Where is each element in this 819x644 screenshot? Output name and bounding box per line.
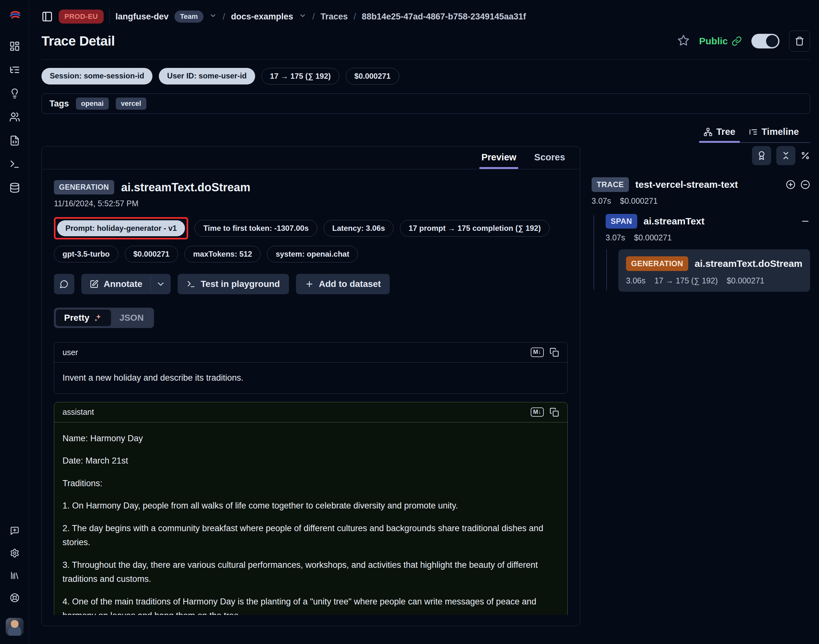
comment-icon bbox=[60, 280, 69, 288]
tab-tree[interactable]: Tree bbox=[699, 125, 740, 142]
database-icon[interactable] bbox=[9, 182, 20, 193]
sidebar-nav bbox=[9, 41, 20, 193]
prompt-badge[interactable]: Prompt: holiday-generator - v1 bbox=[57, 220, 185, 236]
collapse-all-button[interactable] bbox=[776, 146, 795, 165]
trace-node[interactable]: TRACE test-vercel-stream-text bbox=[592, 177, 810, 192]
breadcrumb-project[interactable]: docs-examples bbox=[231, 12, 293, 21]
trace-badges: Session: some-session-id User ID: some-u… bbox=[41, 68, 810, 84]
comment-button[interactable] bbox=[54, 274, 74, 294]
session-badge[interactable]: Session: some-session-id bbox=[41, 68, 152, 84]
trace-tree-panel: TRACE test-vercel-stream-text 3.07s $0.0… bbox=[592, 146, 810, 292]
generation-stats: 3.06s 17 → 175 (∑ 192) $0.000271 bbox=[626, 276, 802, 285]
page-title: Trace Detail bbox=[41, 34, 115, 49]
assistant-line: Date: March 21st bbox=[63, 454, 559, 468]
support-lifebuoy-icon[interactable] bbox=[10, 593, 20, 603]
breadcrumb-separator: / bbox=[223, 11, 225, 21]
observation-timestamp: 11/16/2024, 5:52:57 PM bbox=[54, 199, 568, 208]
trace-duration: 3.07s bbox=[592, 196, 611, 205]
add-to-dataset-label: Add to dataset bbox=[319, 279, 381, 289]
observation-meta-row-1: Prompt: holiday-generator - v1 Time to f… bbox=[54, 217, 568, 239]
copy-icon[interactable] bbox=[550, 348, 559, 357]
playground-terminal-icon[interactable] bbox=[9, 159, 20, 170]
generation-duration: 3.06s bbox=[626, 276, 645, 285]
datasets-file-icon[interactable] bbox=[9, 135, 20, 146]
public-toggle[interactable] bbox=[751, 34, 779, 49]
breadcrumb-org[interactable]: langfuse-dev bbox=[115, 12, 169, 21]
public-link[interactable]: Public bbox=[699, 36, 742, 46]
span-type-badge: SPAN bbox=[605, 214, 637, 228]
model-badge[interactable]: gpt-3.5-turbo bbox=[54, 246, 118, 262]
copy-icon[interactable] bbox=[550, 408, 559, 417]
tokens-badge: 17 → 175 (∑ 192) bbox=[261, 68, 340, 84]
plus-icon bbox=[305, 280, 314, 288]
feedback-icon[interactable] bbox=[10, 526, 20, 536]
title-actions: Public bbox=[678, 31, 810, 52]
breadcrumb-separator: / bbox=[354, 11, 356, 21]
user-avatar[interactable] bbox=[6, 618, 24, 636]
expand-all-icon[interactable] bbox=[786, 180, 795, 189]
main-area: PROD-EU langfuse-dev Team / docs-example… bbox=[29, 0, 819, 644]
add-to-dataset-button[interactable]: Add to dataset bbox=[296, 274, 390, 294]
dashboard-icon[interactable] bbox=[9, 41, 20, 52]
chevron-down-icon[interactable] bbox=[209, 12, 217, 21]
span-cost: $0.000271 bbox=[634, 233, 671, 242]
generation-type-badge: GENERATION bbox=[626, 256, 688, 271]
span-children: GENERATION ai.streamText.doStream 3.06s … bbox=[605, 249, 810, 292]
tab-scores[interactable]: Scores bbox=[532, 146, 567, 169]
tab-timeline[interactable]: Timeline bbox=[744, 125, 804, 142]
annotate-button[interactable]: Annotate bbox=[81, 274, 151, 294]
langfuse-logo[interactable] bbox=[8, 8, 22, 22]
format-json-option[interactable]: JSON bbox=[111, 310, 152, 326]
users-icon[interactable] bbox=[9, 112, 20, 123]
tracing-icon[interactable] bbox=[9, 64, 20, 75]
sidebar-toggle-icon[interactable] bbox=[41, 11, 53, 22]
format-pretty-option[interactable]: Pretty bbox=[56, 310, 111, 326]
generation-name: ai.streamText.doStream bbox=[695, 258, 802, 269]
assistant-line: 3. Throughout the day, there are various… bbox=[63, 558, 559, 586]
trace-stats: 3.07s $0.000271 bbox=[592, 196, 810, 205]
span-duration: 3.07s bbox=[605, 233, 625, 242]
annotate-label: Annotate bbox=[104, 279, 142, 289]
delete-trace-button[interactable] bbox=[789, 31, 810, 52]
ttft-badge: Time to first token: -1307.00s bbox=[195, 220, 317, 236]
edit-pen-icon bbox=[90, 280, 98, 288]
tab-preview[interactable]: Preview bbox=[479, 146, 518, 169]
markdown-icon[interactable]: M↓ bbox=[531, 348, 544, 357]
minus-collapse-icon[interactable] bbox=[801, 216, 810, 226]
toggle-knob bbox=[766, 35, 778, 47]
tags-container[interactable]: Tags openai vercel bbox=[41, 94, 810, 114]
star-icon[interactable] bbox=[678, 34, 690, 48]
tag-item[interactable]: vercel bbox=[116, 98, 146, 110]
message-role: user bbox=[63, 348, 78, 357]
observation-actions: Annotate Test in playground Add to data bbox=[54, 274, 568, 294]
award-icon bbox=[757, 151, 767, 160]
breadcrumb-traces[interactable]: Traces bbox=[321, 12, 348, 21]
docs-library-icon[interactable] bbox=[10, 571, 20, 580]
chevron-down-icon[interactable] bbox=[299, 12, 306, 21]
span-node[interactable]: SPAN ai.streamText bbox=[605, 214, 810, 228]
user-message-text: Invent a new holiday and describe its tr… bbox=[54, 362, 567, 393]
chevron-down-icon bbox=[156, 279, 166, 289]
scores-award-button[interactable] bbox=[752, 146, 771, 165]
environment-badge[interactable]: PROD-EU bbox=[59, 9, 104, 24]
breadcrumb-trace-id: 88b14e25-47ad-4867-b758-2349145aa31f bbox=[362, 12, 526, 21]
sparkles-icon bbox=[93, 313, 103, 323]
assistant-line: Name: Harmony Day bbox=[63, 431, 559, 446]
annotate-dropdown[interactable] bbox=[151, 274, 171, 294]
generation-node-selected[interactable]: GENERATION ai.streamText.doStream 3.06s … bbox=[618, 249, 810, 292]
collapse-node-icon[interactable] bbox=[801, 180, 810, 189]
observation-tabs: Preview Scores bbox=[42, 146, 580, 169]
trace-children: SPAN ai.streamText 3.07s $0.000271 bbox=[592, 214, 810, 292]
test-in-playground-button[interactable]: Test in playground bbox=[178, 274, 289, 294]
user-id-badge[interactable]: User ID: some-user-id bbox=[159, 68, 255, 84]
header-divider bbox=[41, 59, 810, 60]
percent-metrics-icon[interactable] bbox=[801, 151, 810, 160]
observation-card: Preview Scores GENERATION ai.streamText.… bbox=[41, 146, 580, 626]
tab-timeline-label: Timeline bbox=[762, 127, 799, 137]
system-badge: system: openai.chat bbox=[267, 246, 358, 262]
link-icon bbox=[731, 36, 742, 46]
prompts-lightbulb-icon[interactable] bbox=[9, 88, 20, 99]
settings-gear-icon[interactable] bbox=[10, 548, 20, 558]
markdown-icon[interactable]: M↓ bbox=[531, 408, 544, 417]
tag-item[interactable]: openai bbox=[76, 98, 109, 110]
